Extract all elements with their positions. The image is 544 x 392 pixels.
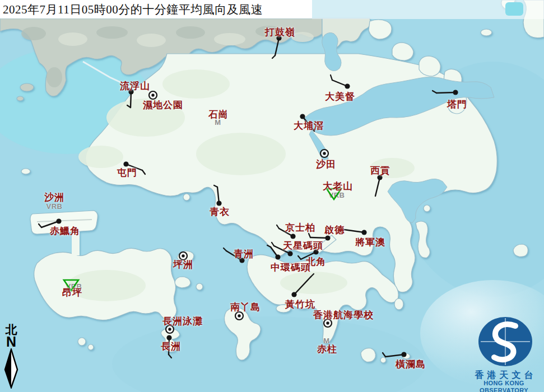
calm-symbol-center bbox=[238, 314, 240, 317]
wind-barb-feather bbox=[272, 242, 274, 246]
wind-barb bbox=[385, 354, 404, 357]
wind-barb-feather bbox=[298, 256, 301, 259]
station-dot bbox=[290, 234, 295, 239]
north-arrow-icon bbox=[1, 348, 21, 389]
wind-barb bbox=[344, 230, 364, 232]
station-dot bbox=[377, 175, 382, 180]
wind-barb bbox=[226, 251, 242, 260]
wind-barb-feather bbox=[224, 248, 226, 251]
hko-logo: 香港天文台 HONG KONG OBSERVATORY bbox=[464, 314, 544, 392]
wind-barb bbox=[126, 164, 142, 170]
station-dot bbox=[291, 292, 296, 297]
wind-barb bbox=[436, 92, 455, 93]
wind-barb bbox=[274, 246, 290, 254]
calm-symbol-center bbox=[151, 94, 154, 96]
station-dot bbox=[166, 335, 171, 340]
vrb-triangle-icon bbox=[64, 280, 78, 291]
hko-name-zh: 香港天文台 bbox=[464, 371, 544, 380]
wind-barb-feather bbox=[169, 354, 171, 358]
wind-barb-feather bbox=[383, 353, 385, 357]
station-dot bbox=[128, 89, 133, 94]
wind-barb bbox=[310, 237, 328, 238]
station-dot bbox=[313, 249, 318, 254]
wind-barb bbox=[375, 178, 380, 196]
wind-barb-feather bbox=[272, 55, 275, 58]
station-symbol-layer bbox=[0, 0, 544, 392]
vrb-triangle-icon bbox=[327, 189, 341, 199]
wind-barb bbox=[303, 116, 314, 131]
station-dot bbox=[453, 90, 458, 95]
wind-barb-feather bbox=[277, 225, 279, 228]
station-dot bbox=[239, 258, 244, 263]
calm-symbol-center bbox=[326, 321, 329, 324]
wind-map-screen: MVRBVRBVRBM 打鼓嶺流浮山濕地公園石崗大美督塔門大埔滘沙田西貢大老山屯… bbox=[0, 0, 544, 392]
calm-symbol-center bbox=[323, 152, 326, 155]
station-dot bbox=[325, 235, 330, 240]
north-letter: N bbox=[1, 335, 21, 348]
hko-logo-icon bbox=[464, 314, 544, 367]
station-dot bbox=[275, 254, 280, 259]
station-dot bbox=[401, 352, 406, 357]
wind-barb-feather bbox=[267, 245, 271, 247]
calm-symbol-center bbox=[168, 328, 171, 330]
north-indicator: 北 N bbox=[1, 324, 21, 391]
station-dot bbox=[361, 230, 366, 235]
calm-symbol-center bbox=[182, 254, 184, 257]
wind-barb bbox=[41, 221, 59, 227]
wind-barb-feather bbox=[311, 274, 314, 277]
wind-barb-feather bbox=[142, 170, 145, 174]
wind-barb-feather bbox=[309, 234, 310, 237]
station-dot bbox=[345, 83, 350, 88]
wind-barb-feather bbox=[433, 91, 436, 93]
wind-barb-feather bbox=[214, 185, 217, 187]
station-dot bbox=[287, 251, 292, 256]
wind-barb-feather bbox=[39, 224, 41, 227]
wind-barb bbox=[275, 38, 279, 55]
station-dot bbox=[216, 200, 221, 206]
map-title: 2025年7月11日05時00分的十分鐘平均風向及風速 bbox=[0, 2, 263, 17]
station-dot bbox=[123, 161, 128, 166]
wind-barb bbox=[294, 277, 311, 295]
hko-name-en: HONG KONG OBSERVATORY bbox=[464, 380, 544, 392]
wind-barb-feather bbox=[331, 75, 332, 80]
station-dot bbox=[300, 114, 305, 119]
title-bar: 2025年7月11日05時00分的十分鐘平均風向及風速 bbox=[0, 0, 312, 18]
station-dot bbox=[276, 35, 281, 40]
station-dot bbox=[56, 218, 61, 223]
